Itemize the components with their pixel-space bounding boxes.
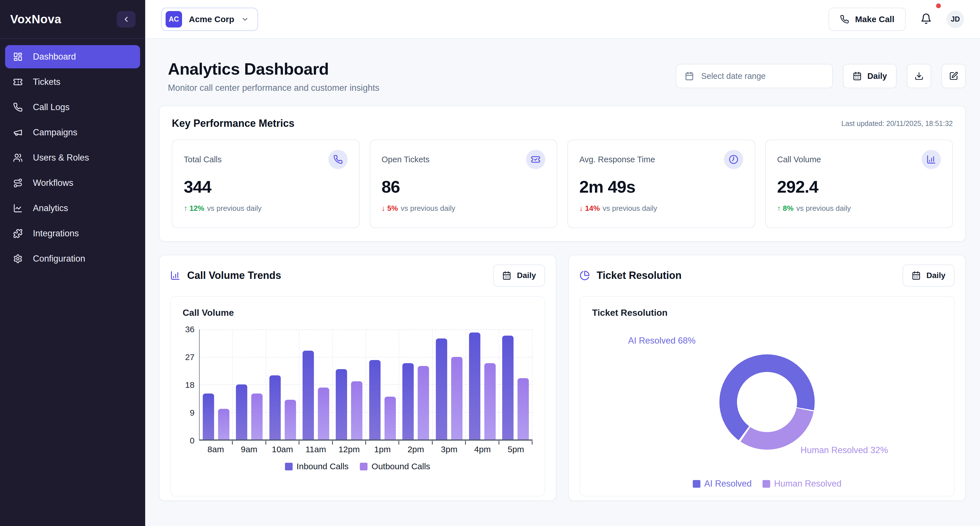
bar-inbound-calls <box>302 351 314 440</box>
kpm-header: Key Performance Metrics Last updated: 20… <box>172 118 953 129</box>
x-tick-label: 2pm <box>399 445 433 454</box>
legend-swatch <box>762 480 770 488</box>
kpm-grid: Total Calls 344 ↑ 12% vs previous daily … <box>172 140 953 228</box>
bar-outbound-calls <box>451 357 463 440</box>
page-title: Analytics Dashboard <box>168 59 379 78</box>
y-tick-label: 27 <box>185 352 194 362</box>
metric-delta: ↑ 12% vs previous daily <box>184 204 348 213</box>
donut-chart-title: Ticket Resolution <box>592 308 942 318</box>
bar-outbound-calls <box>318 387 329 440</box>
calendar-icon <box>912 271 921 280</box>
chart-title: Ticket Resolution <box>597 269 681 281</box>
y-tick-label: 0 <box>190 436 194 445</box>
bar-group-9am <box>233 329 266 440</box>
sidebar-item-workflows[interactable]: Workflows <box>5 171 140 194</box>
metric-label: Total Calls <box>184 155 222 164</box>
sidebar-item-label: Users & Roles <box>33 153 89 163</box>
bar-outbound-calls <box>218 409 229 440</box>
sidebar-item-label: Tickets <box>33 77 60 87</box>
sidebar-item-label: Analytics <box>33 203 68 214</box>
brand-logo: VoxNova <box>10 13 61 26</box>
org-selector[interactable]: AC Acme Corp <box>161 8 258 31</box>
users-icon <box>13 153 23 163</box>
page-content: Analytics Dashboard Monitor call center … <box>145 39 980 526</box>
sidebar-item-tickets[interactable]: Tickets <box>5 70 140 94</box>
x-tick-label: 9am <box>232 445 266 454</box>
bar-group-1pm <box>366 329 399 440</box>
org-avatar: AC <box>165 11 182 27</box>
x-tick-label: 5pm <box>499 445 533 454</box>
sidebar-item-call-logs[interactable]: Call Logs <box>5 96 140 119</box>
legend-item-inbound-calls[interactable]: Inbound Calls <box>285 462 348 471</box>
metric-label: Open Tickets <box>382 155 430 164</box>
sidebar-item-campaigns[interactable]: Campaigns <box>5 121 140 144</box>
chevron-down-icon <box>241 15 249 23</box>
legend-item-outbound-calls[interactable]: Outbound Calls <box>360 462 430 471</box>
metric-value: 344 <box>184 177 348 197</box>
last-updated: Last updated: 20/11/2025, 18:51:32 <box>842 120 953 128</box>
kpm-section: Key Performance Metrics Last updated: 20… <box>159 105 966 242</box>
donut-chart-panel: Ticket Resolution AI Resolved 68% Human … <box>580 296 955 496</box>
notifications-button[interactable] <box>920 13 932 26</box>
gear-icon <box>13 254 23 263</box>
sidebar: VoxNova Dashboard Tickets Call Logs Camp… <box>0 0 145 526</box>
sidebar-item-label: Call Logs <box>33 102 70 112</box>
legend-item-ai-resolved[interactable]: AI Resolved <box>693 479 752 489</box>
date-range-placeholder: Select date range <box>701 72 765 81</box>
page-header: Analytics Dashboard Monitor call center … <box>168 59 966 93</box>
bar-outbound-calls <box>385 397 396 440</box>
daily-label: Daily <box>867 72 887 81</box>
ticket-resolution-card: Ticket Resolution Daily Ticket Resolutio… <box>568 255 966 501</box>
bar-group-12pm <box>333 329 366 440</box>
y-tick-label: 18 <box>185 380 194 390</box>
clock-icon <box>729 155 738 164</box>
bar-chart-panel: Call Volume 09182736 8am9am10am11am12pm1… <box>170 296 545 496</box>
bar-chart-icon <box>926 155 936 164</box>
donut-label-ai: AI Resolved 68% <box>628 336 695 346</box>
download-button[interactable] <box>907 64 931 88</box>
sidebar-item-analytics[interactable]: Analytics <box>5 197 140 220</box>
make-call-button[interactable]: Make Call <box>829 8 906 31</box>
x-axis-labels: 8am9am10am11am12pm1pm2pm3pm4pm5pm <box>199 445 533 454</box>
sidebar-item-configuration[interactable]: Configuration <box>5 247 140 270</box>
chart-daily-button[interactable]: Daily <box>903 265 955 287</box>
edit-button[interactable] <box>942 64 966 88</box>
bar-inbound-calls <box>203 394 214 440</box>
calendar-icon <box>685 72 694 81</box>
donut-chart-legend: AI ResolvedHuman Resolved <box>592 479 942 489</box>
ticket-check-icon <box>531 155 541 164</box>
metric-card-call-volume: Call Volume 292.4 ↑ 8% vs previous daily <box>765 140 953 228</box>
metric-label: Avg. Response Time <box>579 155 655 164</box>
header-controls: Select date range Daily <box>676 64 966 88</box>
page-subtitle: Monitor call center performance and cust… <box>168 83 379 93</box>
legend-swatch <box>285 463 293 470</box>
metric-delta: ↑ 8% vs previous daily <box>777 204 941 213</box>
bar-group-3pm <box>433 329 466 440</box>
user-avatar[interactable]: JD <box>947 11 964 28</box>
metric-card-avg-response-time: Avg. Response Time 2m 49s ↓ 14% vs previ… <box>567 140 755 228</box>
metric-delta: ↓ 5% vs previous daily <box>382 204 546 213</box>
donut-hole <box>737 372 797 432</box>
donut-chart: AI Resolved 68% Human Resolved 32% <box>592 325 942 467</box>
bar-inbound-calls <box>502 336 514 440</box>
sidebar-item-users-roles[interactable]: Users & Roles <box>5 146 140 169</box>
metric-value: 86 <box>382 177 546 197</box>
make-call-label: Make Call <box>855 14 894 24</box>
bar-group-11am <box>299 329 332 440</box>
x-tick-label: 12pm <box>332 445 366 454</box>
sidebar-collapse-button[interactable] <box>117 11 135 27</box>
bar-chart: 09182736 8am9am10am11am12pm1pm2pm3pm4pm5… <box>183 329 533 471</box>
legend-swatch <box>693 480 700 488</box>
sidebar-item-integrations[interactable]: Integrations <box>5 222 140 245</box>
bar-chart-title: Call Volume <box>183 308 533 318</box>
bar-group-4pm <box>466 329 499 440</box>
legend-item-human-resolved[interactable]: Human Resolved <box>762 479 842 489</box>
bar-chart-legend: Inbound CallsOutbound Calls <box>183 462 533 471</box>
x-tick-label: 1pm <box>366 445 399 454</box>
daily-frequency-button[interactable]: Daily <box>843 64 897 88</box>
date-range-input[interactable]: Select date range <box>676 64 833 88</box>
sidebar-item-dashboard[interactable]: Dashboard <box>5 45 140 69</box>
calendar-icon <box>853 72 862 81</box>
chart-daily-button[interactable]: Daily <box>493 265 545 287</box>
chart-title: Call Volume Trends <box>187 269 281 281</box>
